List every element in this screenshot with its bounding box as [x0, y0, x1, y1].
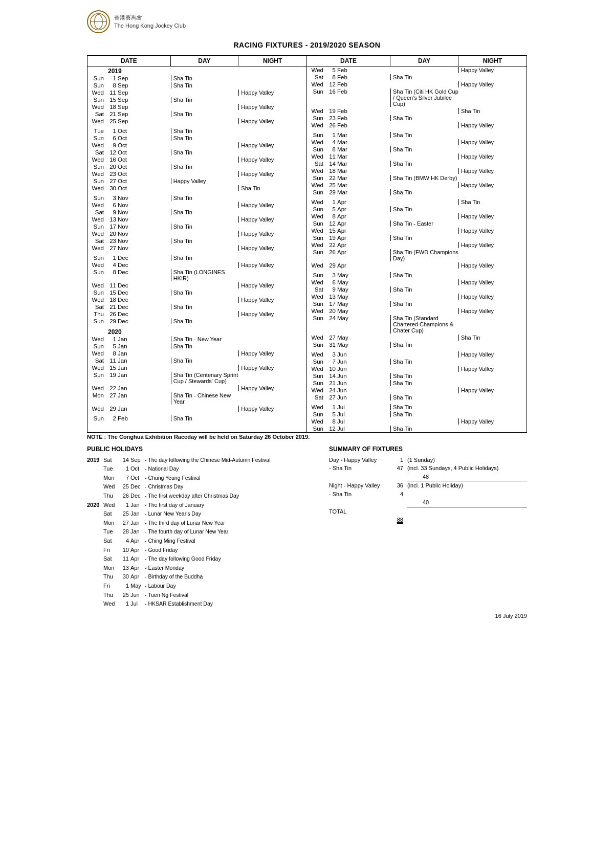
- fixture-row: Sun19JanSha Tin (Centenary Sprint Cup / …: [87, 371, 306, 385]
- ph-month: Jan: [130, 501, 145, 510]
- left-night-header: NIGHT: [238, 56, 306, 66]
- fixture-row: Sun16FebSha Tin (Citi HK Gold Cup / Quee…: [307, 88, 527, 107]
- fixture-day-venue: Sha Tin (FWD Champions Day): [390, 249, 458, 261]
- fixture-day: 3: [323, 272, 336, 278]
- ph-row: 2019Sat14Sep- The day following the Chin…: [87, 456, 329, 465]
- fixture-night-venue: Happy Valley: [238, 90, 306, 96]
- ph-dow: Wed: [103, 501, 118, 510]
- ph-date: 30: [118, 572, 129, 582]
- fixture-night-venue: Happy Valley: [458, 139, 527, 145]
- fixture-row: Wed18SepHappy Valley: [87, 103, 306, 110]
- fixture-month: Jul: [336, 411, 354, 417]
- fixture-row: Sun5AprSha Tin: [307, 206, 527, 213]
- fixture-month: Jan: [116, 365, 134, 371]
- ph-row: Mon13Apr- Easter Monday: [87, 564, 329, 573]
- fixture-row: Sat23NovSha Tin: [87, 237, 306, 244]
- summary-note: (1 Sunday): [407, 456, 527, 464]
- fixture-day: 12: [323, 81, 336, 87]
- fixture-day: 8: [323, 213, 336, 219]
- fixture-day-venue: Sha Tin: [171, 164, 239, 170]
- fixture-month: Nov: [116, 245, 134, 251]
- fixture-month: May: [336, 308, 354, 314]
- fixture-day-venue: Sha Tin (BMW HK Derby): [390, 175, 458, 181]
- fixture-row: Wed22JanHappy Valley: [87, 385, 306, 392]
- fixture-day: 27: [104, 178, 116, 184]
- ph-dow: Thu: [103, 572, 118, 582]
- fixture-dow: Wed: [87, 202, 104, 208]
- fixture-day-venue: Sha Tin: [390, 426, 458, 432]
- fixture-day: 2: [104, 415, 116, 421]
- fixture-dow: Wed: [307, 294, 323, 300]
- fixture-row: Sun5JanSha Tin: [87, 343, 306, 350]
- fixture-day-venue: Sha Tin: [171, 238, 239, 244]
- fixture-dow: Sun: [307, 315, 323, 321]
- fixture-day-venue: Sha Tin: [171, 97, 239, 103]
- ph-year: 2020: [87, 501, 103, 510]
- ph-dow: Fri: [103, 546, 118, 555]
- fixture-day-venue: Sha Tin: [390, 286, 458, 293]
- fixture-day: 21: [104, 304, 116, 310]
- summary-label: - Sha Tin: [329, 464, 390, 473]
- fixture-month: Feb: [336, 122, 354, 128]
- note-text: NOTE : The Conghua Exhibition Raceday wi…: [87, 434, 310, 440]
- fixture-dow: Sun: [307, 189, 323, 195]
- fixture-month: Sep: [116, 75, 134, 81]
- fixture-night-venue: Happy Valley: [458, 294, 527, 300]
- ph-month: Apr: [130, 572, 145, 582]
- ph-row: Wed25Dec- Christmas Day: [87, 482, 329, 492]
- fixture-day-venue: Sha Tin (LONGINES HKIR): [171, 269, 239, 281]
- fixture-night-venue: Happy Valley: [238, 142, 306, 148]
- fixture-day: 16: [104, 157, 116, 163]
- ph-desc: - Christmas Day: [145, 482, 329, 491]
- fixture-night-venue: Happy Valley: [238, 245, 306, 251]
- ph-desc: - The first weekday after Christmas Day: [145, 492, 329, 500]
- fixture-dow: Wed: [307, 67, 323, 73]
- fixture-row: Wed29AprHappy Valley: [307, 262, 527, 269]
- fixture-month: Jul: [336, 426, 354, 432]
- fixture-dow: Sun: [87, 290, 104, 296]
- summary-note: 40: [407, 498, 527, 507]
- fixture-month: Jan: [116, 358, 134, 364]
- fixture-dow: Sun: [307, 146, 323, 152]
- fixture-month: Oct: [116, 185, 134, 191]
- fixture-dow: Wed: [307, 387, 323, 393]
- fixture-month: May: [336, 279, 354, 285]
- fixture-day: 5: [323, 67, 336, 73]
- logo-icon: [87, 10, 110, 33]
- fixture-day: 27: [323, 394, 336, 400]
- ph-date: 11: [118, 554, 129, 564]
- fixture-row: Sun19AprSha Tin: [307, 234, 527, 241]
- ph-date: 25: [118, 509, 129, 519]
- fixture-day: 18: [104, 104, 116, 110]
- fixture-day: 23: [323, 115, 336, 121]
- fixture-day-venue: Sha Tin: [390, 342, 458, 348]
- fixture-day: 29: [104, 406, 116, 412]
- fixture-row: Sun17MaySha Tin: [307, 300, 527, 307]
- fixture-dow: Wed: [307, 418, 323, 425]
- ph-date: 14: [118, 456, 129, 465]
- fixture-day: 5: [323, 411, 336, 417]
- ph-desc: - Good Friday: [145, 546, 329, 554]
- fixture-day: 11: [104, 90, 116, 96]
- ph-desc: - Tuen Ng Festival: [145, 591, 329, 599]
- fixture-dow: Wed: [307, 182, 323, 188]
- fixture-month: May: [336, 301, 354, 307]
- year-label-row: 2019: [87, 66, 306, 75]
- fixture-day: 1: [323, 404, 336, 410]
- fixture-dow: Sat: [87, 238, 104, 244]
- ph-row: Mon27Jan- The third day of Lunar New Yea…: [87, 519, 329, 528]
- fixture-month: May: [336, 272, 354, 278]
- summary-count: 1: [390, 456, 403, 464]
- fixture-day-venue: Sha Tin - Easter: [390, 220, 458, 227]
- right-day-header: DAY: [390, 56, 458, 66]
- fixture-day: 8: [104, 269, 116, 275]
- fixture-month: Mar: [336, 153, 354, 160]
- fixture-row: Wed11DecHappy Valley: [87, 282, 306, 289]
- fixture-month: Apr: [336, 220, 354, 227]
- fixture-month: Apr: [336, 235, 354, 241]
- fixture-row: Sun8MarSha Tin: [307, 146, 527, 153]
- fixture-row: Wed18MarHappy Valley: [307, 167, 527, 174]
- ph-row: Wed1Jul- HKSAR Establishment Day: [87, 599, 329, 609]
- fixture-night-venue: Happy Valley: [238, 406, 306, 412]
- fixture-dow: Sun: [87, 164, 104, 170]
